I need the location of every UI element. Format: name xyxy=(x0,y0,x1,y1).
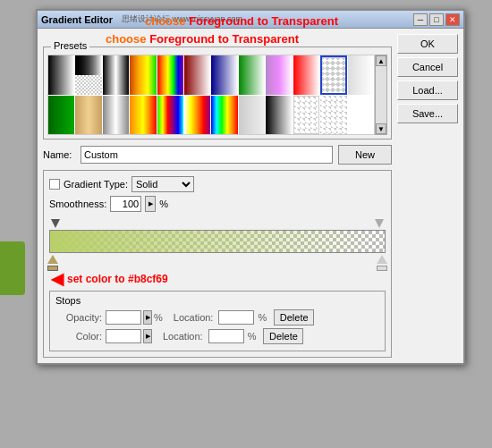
opacity-location-label: Location: xyxy=(174,312,214,323)
opacity-stop-row: Opacity: ▶ % Location: % Delete xyxy=(55,309,379,325)
presets-grid xyxy=(47,55,375,135)
annotation-arrow-icon: ◀ xyxy=(51,271,64,287)
opacity-controls: ▶ % xyxy=(106,310,163,325)
main-content: choose Foreground to Transparent Presets xyxy=(43,34,392,358)
new-button[interactable]: New xyxy=(338,145,392,165)
preset-item[interactable] xyxy=(48,96,74,135)
stops-legend: Stops xyxy=(55,295,379,306)
right-buttons: OK Cancel Load... Save... xyxy=(397,34,458,358)
preset-item[interactable] xyxy=(157,55,183,95)
preset-item[interactable] xyxy=(75,96,101,135)
color-stop-label: Color: xyxy=(55,331,102,342)
preset-item[interactable] xyxy=(239,55,265,95)
opacity-location-pct: % xyxy=(258,312,267,323)
presets-area: ▲ ▼ xyxy=(47,55,387,135)
color-stop-right[interactable] xyxy=(377,255,387,271)
gradient-type-row: Gradient Type: Solid Noise xyxy=(49,176,386,192)
preset-item[interactable] xyxy=(103,96,129,135)
opacity-arrow[interactable]: ▶ xyxy=(143,310,152,325)
color-controls: ▶ xyxy=(106,329,152,343)
annotation: ◀ set color to #b8cf69 xyxy=(51,271,168,287)
choose-label: choose xyxy=(145,14,189,28)
scroll-down-button[interactable]: ▼ xyxy=(376,123,386,134)
color-swatch[interactable] xyxy=(106,329,141,343)
color-location-label: Location: xyxy=(163,331,203,342)
gradient-editor-dialog: Gradient Editor 思绪设计论坛 www.missvyan.com … xyxy=(36,9,465,365)
smoothness-label: Smoothness: xyxy=(49,199,106,209)
preset-item[interactable] xyxy=(211,96,237,135)
preset-item[interactable] xyxy=(348,55,374,95)
preset-item[interactable] xyxy=(75,55,101,95)
instruction-text: choose Foreground to Transparent xyxy=(145,14,338,28)
smoothness-input[interactable] xyxy=(110,196,141,212)
load-button[interactable]: Load... xyxy=(397,80,458,100)
name-input[interactable] xyxy=(81,146,333,164)
preset-item[interactable] xyxy=(211,55,237,95)
opacity-stop-right[interactable] xyxy=(375,219,384,228)
instruction-overlay: choose Foreground to Transparent xyxy=(106,32,299,46)
preset-item[interactable] xyxy=(293,96,319,135)
color-stop-row: Color: ▶ Location: % Delete xyxy=(55,328,379,344)
gradient-bar-container xyxy=(49,217,386,271)
preset-item[interactable] xyxy=(48,55,74,95)
name-label: Name: xyxy=(43,149,75,160)
smoothness-pct: % xyxy=(159,199,168,209)
preset-item[interactable] xyxy=(130,96,156,135)
titlebar-controls: ─ □ ✕ xyxy=(413,13,460,26)
presets-legend: Presets xyxy=(51,40,89,51)
preset-item[interactable] xyxy=(157,96,183,135)
ok-button[interactable]: OK xyxy=(397,34,458,54)
top-stops-row xyxy=(51,217,384,230)
color-arrow[interactable]: ▶ xyxy=(143,329,152,343)
color-location-pct: % xyxy=(248,331,257,342)
gradient-type-label: Gradient Type: xyxy=(64,179,128,190)
opacity-stop-label: Opacity: xyxy=(55,312,102,323)
instruction-spacer: choose Foreground to Transparent xyxy=(43,34,392,46)
preset-item[interactable] xyxy=(266,55,292,95)
bottom-stops-row xyxy=(49,255,386,271)
save-button[interactable]: Save... xyxy=(397,104,458,123)
cancel-button[interactable]: Cancel xyxy=(397,57,458,77)
close-button[interactable]: ✕ xyxy=(445,13,460,26)
left-shape xyxy=(0,241,25,295)
preset-item[interactable] xyxy=(184,96,210,135)
preset-item[interactable] xyxy=(320,96,346,135)
minimize-button[interactable]: ─ xyxy=(413,13,428,26)
preset-item[interactable] xyxy=(130,55,156,95)
highlight-label: Foreground to Transparent xyxy=(189,14,338,28)
gradient-settings: Gradient Type: Solid Noise Smoothness: ▶… xyxy=(43,170,392,358)
smoothness-row: Smoothness: ▶ % xyxy=(49,196,386,212)
annotation-container: ◀ set color to #b8cf69 xyxy=(49,271,386,287)
annotation-text: set color to #b8cf69 xyxy=(67,273,168,285)
preset-item[interactable] xyxy=(293,55,319,95)
gradient-type-checkbox[interactable] xyxy=(49,179,60,190)
gradient-bar-inner xyxy=(50,231,385,252)
preset-item[interactable] xyxy=(266,96,292,135)
opacity-pct: % xyxy=(154,312,163,323)
opacity-location-input[interactable] xyxy=(218,310,254,325)
name-row: Name: New xyxy=(43,145,392,165)
opacity-stop-left[interactable] xyxy=(51,219,60,228)
color-location-input[interactable] xyxy=(208,329,244,343)
preset-item[interactable] xyxy=(103,55,129,95)
scroll-up-button[interactable]: ▲ xyxy=(376,55,386,66)
color-stop-left[interactable] xyxy=(47,255,58,271)
preset-item[interactable] xyxy=(239,96,265,135)
preset-item[interactable] xyxy=(184,55,210,95)
smoothness-arrow-button[interactable]: ▶ xyxy=(145,196,156,212)
dialog-body: choose Foreground to Transparent Presets xyxy=(38,29,463,363)
gradient-type-select[interactable]: Solid Noise xyxy=(131,176,194,192)
stops-section: Stops Opacity: ▶ % Location: % Delete xyxy=(49,291,386,351)
preset-item[interactable] xyxy=(320,55,346,95)
presets-group: Presets xyxy=(43,46,392,139)
dialog-title: Gradient Editor xyxy=(41,14,113,25)
color-delete-button[interactable]: Delete xyxy=(263,328,303,344)
opacity-input[interactable] xyxy=(106,310,141,325)
maximize-button[interactable]: □ xyxy=(429,13,444,26)
gradient-bar[interactable] xyxy=(49,230,386,253)
opacity-delete-button[interactable]: Delete xyxy=(274,309,314,325)
presets-scrollbar[interactable]: ▲ ▼ xyxy=(375,55,387,135)
